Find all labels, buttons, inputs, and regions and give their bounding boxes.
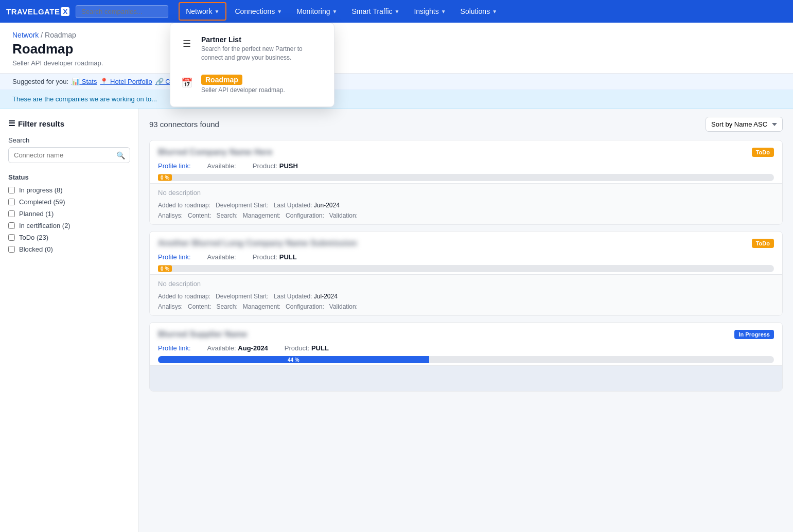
card-body-2: No description Added to roadmap: Develop… (150, 274, 782, 315)
nav-network[interactable]: Network ▼ (179, 2, 226, 21)
progress-bar-bg-1: 0 % (158, 174, 774, 181)
breadcrumb: Network / Roadmap (12, 31, 781, 39)
content-area: 93 connectors found Sort by Name ASC Blu… (139, 109, 793, 532)
status-header: Status (8, 173, 130, 181)
available-3: Available: Aug-2024 (207, 344, 268, 352)
card-dates-1: Added to roadmap: Development Start: Las… (158, 202, 774, 209)
connector-card-2: Another Blurred Long Company Name Submis… (149, 231, 783, 316)
status-in-certification-label: In certification (2) (19, 222, 71, 229)
progress-zero-label-2: 0 % (158, 265, 172, 272)
dropdown-item-partner-list[interactable]: ☰ Partner List Search for the perfect ne… (170, 29, 334, 68)
filter-header: ☰ Filter results (8, 119, 130, 128)
suggested-stats-link[interactable]: 📊 Stats (72, 78, 97, 85)
status-in-certification[interactable]: In certification (2) (8, 222, 130, 229)
status-planned-label: Planned (1) (19, 210, 54, 218)
notice-text: These are the companies we are working o… (12, 95, 157, 103)
nav-connections-chevron-icon: ▼ (277, 9, 282, 14)
profile-link-2[interactable]: Profile link: (158, 253, 191, 261)
status-blocked-checkbox[interactable] (8, 246, 15, 253)
nav-insights[interactable]: Insights ▼ (408, 3, 452, 20)
status-completed[interactable]: Completed (59) (8, 198, 130, 206)
status-in-progress-label: In progress (8) (19, 186, 63, 194)
profile-link-1[interactable]: Profile link: (158, 162, 191, 170)
available-2: Available: (207, 253, 236, 261)
available-1: Available: (207, 162, 236, 170)
dropdown-partner-list-desc: Search for the perfect new Partner to co… (201, 45, 326, 62)
card-tags-2: Analisys: Content: Search: Management: C… (158, 303, 774, 310)
network-dropdown: ☰ Partner List Search for the perfect ne… (170, 23, 334, 107)
no-description-1: No description (158, 189, 774, 197)
status-planned-checkbox[interactable] (8, 210, 15, 217)
connector-card: Blurred Company Name Here ToDo Profile l… (149, 140, 783, 225)
card-dates-2: Added to roadmap: Development Start: Las… (158, 293, 774, 300)
status-todo-label: ToDo (23) (19, 234, 48, 241)
results-header: 93 connectors found Sort by Name ASC (149, 117, 783, 132)
status-in-certification-checkbox[interactable] (8, 222, 15, 229)
nav-monitoring-chevron-icon: ▼ (332, 9, 338, 14)
breadcrumb-network-link[interactable]: Network (12, 31, 39, 39)
connector-search-input[interactable] (8, 147, 130, 163)
product-3: Product: PULL (285, 344, 329, 352)
nav-smart-traffic[interactable]: Smart Traffic ▼ (345, 3, 406, 20)
results-count: 93 connectors found (149, 120, 219, 129)
status-completed-checkbox[interactable] (8, 199, 15, 205)
progress-wrap-2: 0 % (150, 265, 782, 274)
nav-smart-traffic-chevron-icon: ▼ (395, 9, 400, 14)
connector-badge-1: ToDo (752, 148, 774, 157)
progress-wrap-1: 0 % (150, 174, 782, 183)
logo: TRAVELGATE X (6, 7, 69, 16)
dropdown-roadmap-title: Roadmap (201, 75, 242, 85)
nav-solutions-chevron-icon: ▼ (492, 9, 497, 14)
logo-x: X (61, 7, 69, 16)
status-todo-checkbox[interactable] (8, 234, 15, 241)
search-input-wrap: 🔍 (8, 147, 130, 163)
filter-icon: ☰ (8, 119, 15, 128)
status-in-progress-checkbox[interactable] (8, 187, 15, 193)
card-header-3: Blurred Supplier Name In Progress (150, 323, 782, 342)
card-tags-1: Analisys: Content: Search: Management: C… (158, 212, 774, 219)
sort-select[interactable]: Sort by Name ASC (706, 117, 783, 132)
progress-bar-bg-2: 0 % (158, 265, 774, 272)
card-body-1: No description Added to roadmap: Develop… (150, 183, 782, 224)
nav-connections[interactable]: Connections ▼ (228, 3, 288, 20)
connector-name-3: Blurred Supplier Name (158, 330, 247, 339)
progress-pct-label-3: 44 % (288, 357, 299, 363)
progress-bar-bg-3: 44 % (158, 356, 774, 363)
page-title: Roadmap (12, 41, 781, 57)
progress-zero-label-1: 0 % (158, 174, 172, 181)
card-header-1: Blurred Company Name Here ToDo (150, 140, 782, 160)
suggested-label: Suggested for you: (12, 78, 68, 85)
status-planned[interactable]: Planned (1) (8, 210, 130, 218)
nav-solutions[interactable]: Solutions ▼ (454, 3, 504, 20)
search-icon: 🔍 (116, 151, 125, 159)
card-meta-3: Profile link: Available: Aug-2024 Produc… (150, 342, 782, 356)
product-2: Product: PULL (253, 253, 297, 261)
logo-text: TRAVELGATE (6, 7, 60, 16)
card-meta-2: Profile link: Available: Product: PULL (150, 251, 782, 265)
dropdown-item-roadmap[interactable]: 📅 Roadmap Seller API developer roadmap. (170, 68, 334, 101)
profile-link-3[interactable]: Profile link: (158, 344, 191, 352)
progress-bar-fill-3: 44 % (158, 356, 429, 363)
connector-badge-3: In Progress (734, 330, 774, 339)
status-todo[interactable]: ToDo (23) (8, 234, 130, 241)
status-completed-label: Completed (59) (19, 198, 65, 206)
card-header-2: Another Blurred Long Company Name Submis… (150, 232, 782, 251)
card-body-3 (150, 365, 782, 391)
product-1: Product: PUSH (253, 162, 298, 170)
nav-insights-chevron-icon: ▼ (441, 9, 446, 14)
nav-network-chevron-icon: ▼ (214, 9, 219, 14)
status-blocked[interactable]: Blocked (0) (8, 245, 130, 253)
calendar-icon: 📅 (179, 75, 195, 91)
notice-bar: These are the companies we are working o… (0, 90, 793, 109)
sidebar: ☰ Filter results Search 🔍 Status In prog… (0, 109, 139, 532)
suggested-hotel-portfolio-link[interactable]: 📍 Hotel Portfolio (100, 78, 152, 85)
navbar: TRAVELGATE X Network ▼ Connections ▼ Mon… (0, 0, 793, 23)
filter-header-label: Filter results (18, 119, 64, 128)
status-in-progress[interactable]: In progress (8) (8, 186, 130, 194)
card-meta-1: Profile link: Available: Product: PUSH (150, 160, 782, 174)
nav-monitoring[interactable]: Monitoring ▼ (290, 3, 343, 20)
suggested-bar: Suggested for you: 📊 Stats 📍 Hotel Portf… (0, 74, 793, 90)
page-header: Network / Roadmap Roadmap Seller API dev… (0, 23, 793, 74)
connector-name-2: Another Blurred Long Company Name Submis… (158, 239, 357, 248)
global-search-input[interactable] (76, 5, 168, 18)
